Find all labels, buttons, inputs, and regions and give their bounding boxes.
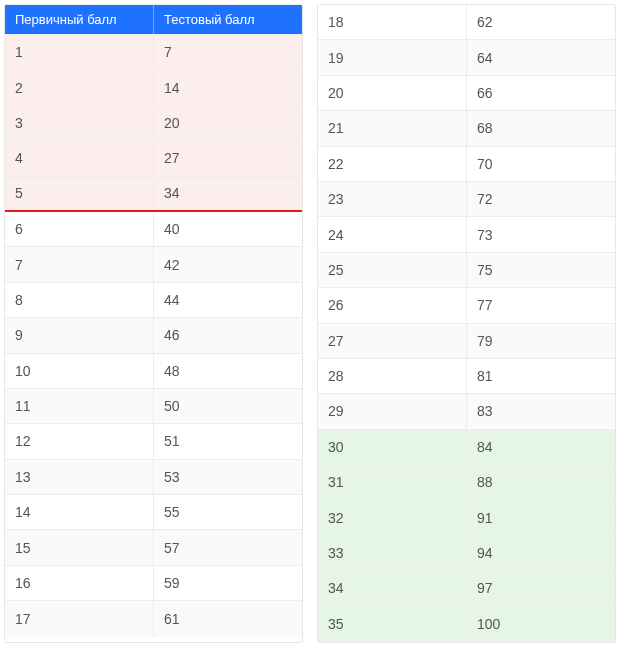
- cell-test: 97: [467, 571, 615, 605]
- table-row: 3497: [318, 571, 615, 606]
- table-row: 1150: [5, 389, 302, 424]
- cell-test: 34: [154, 177, 302, 210]
- cell-primary: 26: [318, 288, 467, 322]
- table-row: 2473: [318, 217, 615, 252]
- cell-test: 7: [154, 35, 302, 69]
- table-row: 1761: [5, 601, 302, 636]
- cell-primary: 25: [318, 253, 467, 287]
- cell-primary: 10: [5, 354, 154, 388]
- table-row: 2168: [318, 111, 615, 146]
- cell-primary: 1: [5, 35, 154, 69]
- cell-primary: 12: [5, 424, 154, 458]
- cell-test: 77: [467, 288, 615, 322]
- cell-test: 73: [467, 217, 615, 251]
- cell-test: 64: [467, 40, 615, 74]
- cell-primary: 23: [318, 182, 467, 216]
- cell-test: 57: [154, 530, 302, 564]
- cell-test: 75: [467, 253, 615, 287]
- cell-primary: 7: [5, 247, 154, 281]
- table-row: 3394: [318, 536, 615, 571]
- cell-test: 20: [154, 106, 302, 140]
- cell-primary: 22: [318, 147, 467, 181]
- cell-test: 61: [154, 601, 302, 636]
- cell-primary: 18: [318, 5, 467, 39]
- table-row: 2983: [318, 394, 615, 429]
- table-row: 214: [5, 70, 302, 105]
- cell-test: 88: [467, 465, 615, 499]
- table-row: 742: [5, 247, 302, 282]
- table-row: 2372: [318, 182, 615, 217]
- table-row: 17: [5, 35, 302, 70]
- score-table: Первичный балл Тестовый балл 17214320427…: [0, 0, 620, 645]
- cell-primary: 17: [5, 601, 154, 636]
- cell-test: 14: [154, 70, 302, 104]
- header-primary: Первичный балл: [5, 5, 154, 34]
- cell-primary: 35: [318, 607, 467, 642]
- cell-primary: 9: [5, 318, 154, 352]
- cell-primary: 6: [5, 212, 154, 246]
- cell-primary: 32: [318, 500, 467, 534]
- cell-primary: 13: [5, 460, 154, 494]
- cell-primary: 8: [5, 283, 154, 317]
- cell-test: 62: [467, 5, 615, 39]
- table-row: 2677: [318, 288, 615, 323]
- cell-primary: 2: [5, 70, 154, 104]
- score-column-right: 1862196420662168227023722473257526772779…: [317, 4, 616, 643]
- cell-test: 55: [154, 495, 302, 529]
- cell-test: 59: [154, 566, 302, 600]
- cell-primary: 4: [5, 141, 154, 175]
- cell-primary: 33: [318, 536, 467, 570]
- table-row: 35100: [318, 607, 615, 642]
- cell-test: 72: [467, 182, 615, 216]
- cell-test: 42: [154, 247, 302, 281]
- cell-test: 53: [154, 460, 302, 494]
- table-row: 3188: [318, 465, 615, 500]
- table-row: 1353: [5, 460, 302, 495]
- table-row: 2779: [318, 324, 615, 359]
- cell-test: 100: [467, 607, 615, 642]
- cell-test: 44: [154, 283, 302, 317]
- table-row: 3084: [318, 430, 615, 465]
- table-row: 2881: [318, 359, 615, 394]
- table-row: 2066: [318, 76, 615, 111]
- cell-primary: 30: [318, 430, 467, 464]
- cell-primary: 5: [5, 177, 154, 210]
- cell-primary: 16: [5, 566, 154, 600]
- table-header: Первичный балл Тестовый балл: [5, 5, 302, 35]
- cell-primary: 20: [318, 76, 467, 110]
- cell-test: 46: [154, 318, 302, 352]
- cell-primary: 19: [318, 40, 467, 74]
- cell-primary: 24: [318, 217, 467, 251]
- cell-test: 94: [467, 536, 615, 570]
- table-row: 946: [5, 318, 302, 353]
- table-row: 1659: [5, 566, 302, 601]
- cell-test: 81: [467, 359, 615, 393]
- cell-test: 27: [154, 141, 302, 175]
- table-row: 427: [5, 141, 302, 176]
- cell-test: 40: [154, 212, 302, 246]
- table-row: 1557: [5, 530, 302, 565]
- cell-test: 70: [467, 147, 615, 181]
- cell-primary: 21: [318, 111, 467, 145]
- header-test: Тестовый балл: [154, 5, 302, 34]
- cell-test: 84: [467, 430, 615, 464]
- cell-test: 66: [467, 76, 615, 110]
- score-column-left: Первичный балл Тестовый балл 17214320427…: [4, 4, 303, 643]
- cell-test: 79: [467, 324, 615, 358]
- cell-test: 51: [154, 424, 302, 458]
- table-row: 844: [5, 283, 302, 318]
- cell-primary: 31: [318, 465, 467, 499]
- cell-primary: 3: [5, 106, 154, 140]
- table-row: 1862: [318, 5, 615, 40]
- cell-primary: 27: [318, 324, 467, 358]
- table-row: 640: [5, 212, 302, 247]
- table-row: 1048: [5, 354, 302, 389]
- cell-test: 91: [467, 500, 615, 534]
- cell-test: 48: [154, 354, 302, 388]
- table-row: 1251: [5, 424, 302, 459]
- table-row: 320: [5, 106, 302, 141]
- table-row: 3291: [318, 500, 615, 535]
- table-row: 2575: [318, 253, 615, 288]
- table-row: 1455: [5, 495, 302, 530]
- cell-primary: 29: [318, 394, 467, 428]
